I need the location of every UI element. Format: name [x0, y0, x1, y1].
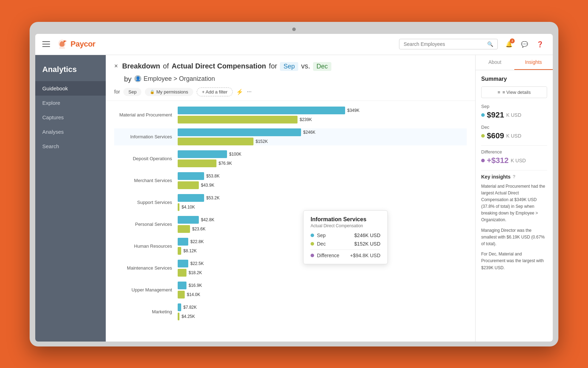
list-icon: ≡: [498, 90, 501, 95]
green-bar[interactable]: [178, 116, 298, 123]
title-for: for: [269, 62, 277, 70]
right-panel-tabs: About Insights: [476, 55, 553, 70]
bars-group: $16.9K$14.0K: [178, 282, 467, 298]
dec-dot: [481, 134, 485, 138]
green-bar-value: $4.10K: [182, 205, 195, 210]
title-period1[interactable]: Sep: [280, 62, 298, 71]
search-input[interactable]: [404, 41, 487, 47]
help-button[interactable]: ❓: [534, 38, 546, 50]
dec-value: $609 K USD: [481, 131, 547, 140]
bar-label: Material and Procurement: [114, 112, 178, 117]
insight-text: For Dec, Material and Procurement was th…: [481, 251, 547, 271]
view-details-button[interactable]: ≡ ≡ View details: [481, 86, 547, 98]
bar-row: Deposit Operations$100K$76.9K: [114, 150, 467, 167]
diff-dot: [311, 254, 314, 257]
title-vs: vs.: [301, 62, 310, 70]
bar-label: Personal Services: [114, 222, 178, 227]
sidebar-item-guidebook[interactable]: Guidebook: [35, 81, 106, 96]
notifications-button[interactable]: 🔔 3: [503, 38, 515, 50]
blue-bar[interactable]: [178, 194, 204, 202]
help-icon: ?: [513, 174, 515, 179]
dimension-label: Employee > Organization: [143, 75, 215, 83]
menu-icon[interactable]: [42, 41, 50, 47]
blue-bar[interactable]: [178, 107, 345, 114]
sidebar: Analytics Guidebook Explore Captures Ana…: [35, 55, 106, 342]
sidebar-item-captures[interactable]: Captures: [35, 110, 106, 125]
person-icon: 👤: [134, 75, 141, 82]
bar-row: Merchant Services$53.8K$43.9K: [114, 172, 467, 189]
title-of: of: [163, 62, 169, 70]
sep-period-label: Sep: [481, 104, 547, 109]
tooltip-sep-value: $246K USD: [354, 233, 380, 238]
employee-search-bar[interactable]: 🔍: [399, 39, 498, 49]
blue-bar[interactable]: [178, 238, 188, 246]
insights-container: Material and Procurement had the largest…: [481, 183, 547, 271]
bar-label: Support Services: [114, 200, 178, 205]
green-bar[interactable]: [178, 225, 190, 233]
blue-bar[interactable]: [178, 260, 188, 267]
filter-period-pill[interactable]: Sep: [123, 88, 141, 96]
blue-bar-wrap: $246K: [178, 128, 467, 136]
tab-about[interactable]: About: [476, 55, 514, 70]
blue-bar[interactable]: [178, 216, 199, 224]
tooltip-dec-label: Dec: [311, 241, 326, 247]
bar-label: Upper Management: [114, 287, 178, 292]
right-panel-content: Summary ≡ ≡ View details Sep $921 K USD: [476, 70, 553, 342]
diff-unit: K USD: [511, 158, 526, 163]
close-button[interactable]: ×: [114, 62, 118, 69]
blue-bar[interactable]: [178, 128, 301, 136]
blue-bar-wrap: $100K: [178, 150, 467, 158]
blue-bar-value: $53.2K: [206, 195, 220, 200]
right-panel: About Insights Summary ≡ ≡ View details …: [475, 55, 553, 342]
title-period2[interactable]: Dec: [313, 62, 331, 71]
green-bar-value: $14.0K: [187, 292, 200, 297]
blue-bar[interactable]: [178, 303, 181, 311]
green-bar[interactable]: [178, 203, 179, 211]
filter-for-label: for: [114, 89, 120, 95]
sidebar-title: Analytics: [35, 61, 106, 81]
green-bar[interactable]: [178, 269, 186, 277]
more-button[interactable]: ···: [247, 89, 251, 95]
green-bar-value: $4.25K: [182, 314, 195, 319]
search-icon: 🔍: [487, 41, 493, 47]
insight-text: Managing Director was the smallest with …: [481, 227, 547, 248]
blue-bar-wrap: $53.8K: [178, 172, 467, 180]
green-bar[interactable]: [178, 291, 185, 298]
sidebar-item-analyses[interactable]: Analyses: [35, 125, 106, 139]
tooltip-dec-value: $152K USD: [354, 241, 380, 247]
filter-permissions-pill[interactable]: 🔒 My permissions: [145, 88, 193, 96]
chat-button[interactable]: 💬: [519, 38, 530, 50]
green-bar[interactable]: [178, 313, 179, 320]
lock-icon: 🔒: [150, 90, 155, 94]
add-filter-button[interactable]: + Add a filter: [197, 88, 233, 96]
sep-dot: [311, 234, 314, 237]
tooltip-diff-value: +$94.8K USD: [350, 253, 380, 258]
green-bar[interactable]: [178, 181, 199, 189]
green-bar[interactable]: [178, 159, 216, 167]
sidebar-item-search[interactable]: Search: [35, 139, 106, 153]
tooltip-sep-label: Sep: [311, 233, 326, 238]
green-bar-wrap: $14.0K: [178, 291, 467, 298]
sidebar-item-explore[interactable]: Explore: [35, 96, 106, 110]
bars-group: $53.2K$4.10K: [178, 194, 467, 211]
logo-text: Paycor: [71, 40, 95, 49]
blue-bar[interactable]: [178, 282, 186, 289]
dimension-pill[interactable]: 👤 Employee > Organization: [134, 75, 215, 83]
divider: [481, 145, 547, 146]
blue-bar-value: $16.9K: [189, 283, 202, 288]
bars-group: $100K$76.9K: [178, 150, 467, 167]
tab-insights[interactable]: Insights: [514, 55, 553, 70]
blue-bar[interactable]: [178, 172, 204, 180]
blue-bar-value: $246K: [303, 130, 316, 135]
green-bar-value: $152K: [256, 139, 268, 144]
bolt-icon[interactable]: ⚡: [236, 89, 243, 95]
bar-label: Human Resources: [114, 243, 178, 249]
green-bar[interactable]: [178, 247, 181, 255]
green-bar[interactable]: [178, 138, 253, 145]
panel-header: × Breakdown of Actual Direct Compensatio…: [106, 55, 475, 101]
blue-bar-value: $349K: [347, 108, 360, 113]
sep-dot: [481, 113, 485, 117]
bar-label: Maintenance Services: [114, 265, 178, 271]
blue-bar[interactable]: [178, 150, 227, 158]
bar-row: Material and Procurement$349K$239K: [114, 107, 467, 123]
